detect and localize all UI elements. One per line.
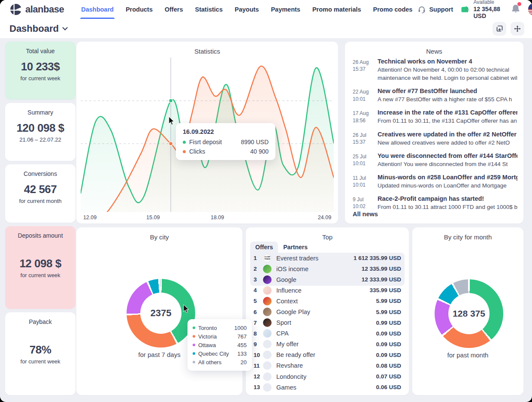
partner-value: 12 335.99 USD — [362, 266, 401, 272]
move-widgets-button[interactable] — [511, 22, 524, 36]
partner-value: 12 333.99 USD — [362, 276, 401, 283]
stat-card-caption: for current week — [20, 75, 60, 82]
nav-right: Support Available 12 354,88 USD — [417, 0, 532, 19]
top-row-influence[interactable]: 4Influence335.99 USD — [250, 285, 405, 296]
by-city-title: By city — [76, 227, 242, 241]
x-tick-24.09: 24.09 — [318, 215, 331, 221]
city-value: 455 — [237, 342, 247, 348]
news-item[interactable]: 25 Jul10:01You were disconnected from of… — [353, 152, 517, 168]
news-item-body: Attention! You were disconnected from th… — [378, 160, 517, 168]
news-item[interactable]: 9 Jul10:02Race-2-Profit campaign has sta… — [353, 195, 517, 211]
news-item-body: Attention! On November 4, 00:00 to 02:00… — [378, 66, 517, 82]
partner-value: 0.09 USD — [376, 330, 401, 337]
news-item-title: You were disconnected from offer #144 St… — [378, 152, 517, 159]
news-date-day: 9 Jul — [353, 196, 372, 203]
top-row-context[interactable]: 5Context5.99 USD — [250, 296, 405, 306]
top-row-sport[interactable]: 7Sport0.99 USD — [250, 317, 405, 328]
partner-value: 0.07 USD — [376, 373, 401, 380]
logo[interactable]: alanbase — [0, 3, 64, 16]
balance-value: 12 354,88 USD — [473, 6, 503, 19]
news-list: 26 Aug15:37Technical works on November 4… — [353, 58, 517, 211]
news-date-time: 10:01 — [353, 160, 372, 167]
row-rank: 6 — [254, 309, 263, 315]
nav-item-products[interactable]: Products — [121, 0, 158, 19]
news-date-day: 26 Jul — [353, 132, 372, 139]
row-rank: 9 — [254, 341, 263, 348]
nav-item-payouts[interactable]: Payouts — [230, 0, 264, 19]
news-item[interactable]: 22 Aug10:01New offer #77 BestOffer launc… — [353, 88, 517, 103]
partner-value: 0.99 USD — [376, 320, 401, 326]
tooltip-row-fisrt-deposit: Fisrt deposit8990 USD — [183, 139, 269, 145]
partner-avatar — [263, 308, 272, 316]
partner-name: Everest traders — [276, 255, 318, 262]
nav-item-promo-codes[interactable]: Promo codes — [368, 0, 418, 19]
all-news-link[interactable]: All news — [353, 211, 378, 218]
partner-avatar — [263, 286, 272, 295]
stat-card-value: 120 098 $ — [16, 121, 64, 135]
stat-card-conversions: Conversions42 567for current month — [5, 164, 76, 223]
nav-item-statistics[interactable]: Statistics — [190, 0, 227, 19]
page-title: Dashboard — [9, 23, 59, 34]
top-row-revshare[interactable]: 11Revshare0.08 USD — [250, 360, 405, 371]
balance-label: Available — [473, 0, 503, 6]
stat-card-value: 12 098 $ — [19, 257, 61, 270]
news-content: Increase in the rate of the #131 CapOffe… — [378, 109, 517, 125]
top-row-games[interactable]: 13Games0.06 USD — [250, 382, 405, 393]
city-label: All others — [198, 359, 221, 366]
news-item-body: New allowed creatives were added to offe… — [378, 139, 517, 147]
news-item-title: Increase in the rate of the #131 CapOffe… — [378, 109, 517, 116]
news-item-title: New offer #77 BestOffer launched — [378, 88, 517, 94]
tab-offers[interactable]: Offers — [250, 242, 278, 253]
stat-card-summary: Summary120 098 $21.06 – 22.07.22 — [5, 103, 76, 161]
row-rank: 4 — [254, 287, 263, 293]
top-row-londoncity[interactable]: 12Londoncity0.07 USD — [250, 371, 405, 382]
tab-partners[interactable]: Partners — [278, 242, 313, 253]
partner-name: Influence — [276, 287, 302, 294]
news-date-time: 10:01 — [353, 181, 372, 188]
news-card: News 26 Aug15:37Technical works on Novem… — [345, 42, 523, 224]
news-item-body: From 01.11 to 30.11, the #131 CapOffer o… — [378, 117, 517, 125]
city-value: 20 — [241, 359, 247, 366]
tooltip-date: 16.09.2022 — [183, 128, 269, 135]
headset-icon — [417, 5, 426, 14]
add-widget-button[interactable] — [493, 22, 506, 36]
by-city-month-total: 128 375 — [448, 293, 490, 334]
statistics-card[interactable]: Statistics 12.0915.0918.0924.09 16.09.20… — [76, 42, 338, 224]
city-label: Quebec City — [198, 351, 229, 357]
top-row-ios-income[interactable]: 2iOS income12 335.99 USD — [250, 263, 405, 274]
nav-item-payments[interactable]: Payments — [266, 0, 305, 19]
chevron-down-icon — [62, 25, 68, 30]
language-flag-icon[interactable] — [528, 4, 532, 15]
wallet-icon — [461, 4, 469, 15]
partner-avatar — [263, 361, 272, 370]
move-icon — [514, 25, 521, 33]
city-tooltip-row-toronto: Toronto1000 — [193, 323, 247, 332]
news-item[interactable]: 11 Jul10:01Minus-words on #258 LoanOffer… — [353, 174, 517, 190]
news-item[interactable]: 17 Aug18:56Increase in the rate of the #… — [353, 109, 517, 125]
top-row-everest-traders[interactable]: 1OLYMP TRADEEverest traders1 612 335.99 … — [250, 253, 405, 263]
top-row-be-ready-offer[interactable]: 10Be ready offer0.09 USD — [250, 350, 405, 360]
top-title: Top — [246, 227, 409, 241]
nav-item-offers[interactable]: Offers — [160, 0, 188, 19]
page-title-dropdown[interactable]: Dashboard — [9, 23, 66, 34]
top-row-cpa[interactable]: 8CPA0.09 USD — [250, 328, 405, 339]
nav-item-promo-materials[interactable]: Promo materials — [307, 0, 366, 19]
news-date-time: 15:37 — [353, 139, 372, 145]
news-date: 25 Jul10:01 — [353, 152, 372, 168]
city-label: Victoria — [198, 333, 217, 340]
top-row-my-offer[interactable]: 9My offer0.09 USD — [250, 339, 405, 350]
news-item-title: Minus-words on #258 LoanOffer and #259 M… — [378, 174, 517, 181]
stat-card-title: Total value — [5, 48, 76, 54]
news-item-title: Race-2-Profit campaign has started! — [378, 195, 517, 202]
balance[interactable]: Available 12 354,88 USD — [461, 0, 504, 19]
news-item[interactable]: 26 Aug15:37Technical works on November 4… — [353, 58, 517, 82]
news-item[interactable]: 26 Jul15:37Creatives were updated in the… — [353, 131, 517, 147]
top-row-google[interactable]: 3Google12 333.99 USD — [250, 274, 405, 285]
notifications-button[interactable] — [511, 3, 520, 15]
support-button[interactable]: Support — [417, 5, 453, 14]
nav-item-dashboard[interactable]: Dashboard — [76, 0, 119, 19]
top-row-google-play[interactable]: 6Google Play5.99 USD — [250, 306, 405, 317]
news-item-body: A new #77 BestOffer with a higher rate o… — [378, 95, 517, 103]
news-content: Race-2-Profit campaign has started!From … — [378, 195, 517, 211]
partner-value: 0.09 USD — [376, 352, 401, 358]
